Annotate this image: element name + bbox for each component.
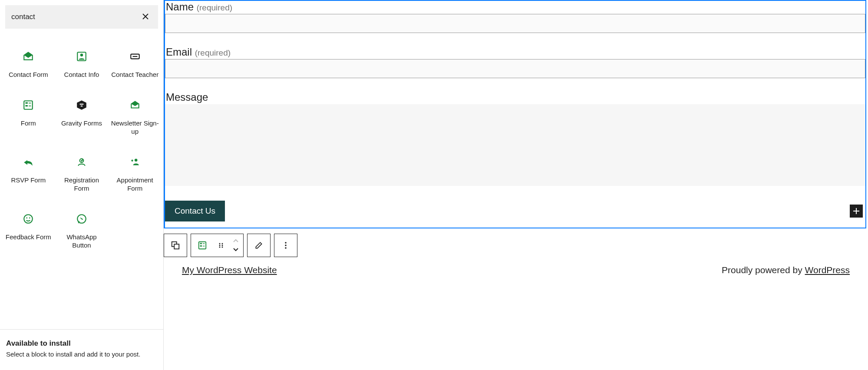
block-results-grid: Contact Form Contact Info Contact Teache… <box>0 34 163 262</box>
person-plus-icon <box>129 156 141 168</box>
svg-point-1 <box>80 54 83 57</box>
whatsapp-icon <box>76 213 87 225</box>
block-rsvp-form[interactable]: RSVP Form <box>2 144 55 201</box>
block-label: Newsletter Sign-up <box>111 119 159 136</box>
block-inserter-sidebar: Contact Form Contact Info Contact Teache… <box>0 0 164 370</box>
svg-rect-4 <box>24 101 33 109</box>
block-contact-info[interactable]: Contact Info <box>55 38 109 87</box>
block-label: Registration Form <box>58 176 106 193</box>
svg-point-25 <box>219 245 221 246</box>
drag-icon <box>218 242 224 249</box>
block-label: RSVP Form <box>11 176 46 185</box>
install-section-subtitle: Select a block to install and add it to … <box>6 350 157 358</box>
powered-by-text: Proudly powered by WordPress <box>722 265 850 275</box>
svg-point-27 <box>219 247 221 248</box>
svg-rect-5 <box>26 102 28 103</box>
gravity-forms-icon <box>76 99 87 111</box>
select-parent-icon <box>171 241 180 250</box>
svg-point-31 <box>285 247 287 249</box>
form-field-email: Email (required) <box>165 46 865 78</box>
block-search-box <box>5 5 158 29</box>
svg-marker-9 <box>77 100 86 110</box>
pencil-icon <box>254 241 263 250</box>
name-required-text: (required) <box>197 3 232 12</box>
spacer <box>165 78 865 91</box>
wordpress-link[interactable]: WordPress <box>805 265 850 275</box>
toolbar-group-edit <box>247 234 271 257</box>
close-icon <box>142 13 149 20</box>
submit-button[interactable]: Contact Us <box>165 201 225 221</box>
block-appointment-form[interactable]: Appointment Form <box>108 144 162 201</box>
toolbar-group-more <box>274 234 297 257</box>
chevron-up-icon <box>233 239 239 243</box>
svg-rect-6 <box>29 102 31 103</box>
newsletter-icon <box>129 99 141 111</box>
block-newsletter-signup[interactable]: Newsletter Sign-up <box>108 87 162 144</box>
email-input[interactable] <box>165 59 865 78</box>
svg-point-30 <box>285 244 287 246</box>
block-gravity-forms[interactable]: Gravity Forms <box>55 87 109 144</box>
block-toolbar <box>164 234 868 257</box>
block-form[interactable]: Form <box>2 87 55 144</box>
block-whatsapp-button[interactable]: WhatsApp Button <box>55 201 109 258</box>
block-registration-form[interactable]: Registration Form <box>55 144 109 201</box>
svg-point-23 <box>219 243 221 244</box>
email-required-text: (required) <box>195 48 231 57</box>
block-label: WhatsApp Button <box>58 233 106 250</box>
page-footer: My WordPress Website Proudly powered by … <box>164 257 868 275</box>
more-options-button[interactable] <box>274 234 297 257</box>
site-title-link[interactable]: My WordPress Website <box>182 265 277 275</box>
edit-button[interactable] <box>248 234 270 257</box>
form-field-message: Message <box>165 91 865 188</box>
svg-rect-18 <box>199 242 206 249</box>
message-textarea[interactable] <box>165 104 865 186</box>
block-label: Gravity Forms <box>61 119 102 128</box>
svg-point-28 <box>222 247 223 248</box>
form-block-icon <box>198 241 207 250</box>
svg-rect-7 <box>26 105 28 106</box>
move-up-button[interactable] <box>233 237 239 245</box>
add-block-button[interactable] <box>850 205 863 218</box>
svg-point-24 <box>222 243 223 244</box>
svg-point-26 <box>222 245 223 246</box>
more-vertical-icon <box>281 241 290 250</box>
email-label-text: Email <box>166 46 192 58</box>
block-search-input[interactable] <box>11 13 139 21</box>
move-arrows <box>228 234 243 257</box>
svg-rect-17 <box>174 244 179 249</box>
person-card-icon <box>76 50 87 63</box>
message-label: Message <box>165 91 865 104</box>
contact-form-block[interactable]: Name (required) Email (required) Message… <box>164 0 866 228</box>
select-parent-button[interactable] <box>164 234 187 257</box>
block-contact-form[interactable]: Contact Form <box>2 38 55 87</box>
block-label: Contact Form <box>9 70 48 79</box>
name-input[interactable] <box>165 14 865 33</box>
move-down-button[interactable] <box>233 245 239 254</box>
chevron-down-icon <box>233 247 239 251</box>
registration-icon <box>76 156 87 168</box>
drag-handle-button[interactable] <box>214 234 228 257</box>
svg-point-14 <box>29 217 30 218</box>
toolbar-group-parent <box>164 234 187 257</box>
block-type-button[interactable] <box>191 234 214 257</box>
svg-rect-8 <box>29 106 31 106</box>
mail-open-icon <box>23 50 34 63</box>
block-feedback-form[interactable]: Feedback Form <box>2 201 55 258</box>
spacer <box>165 33 865 46</box>
svg-rect-22 <box>203 246 205 246</box>
install-section-title: Available to install <box>6 339 157 348</box>
smiley-icon <box>23 213 34 225</box>
plus-icon <box>852 207 860 215</box>
form-field-name: Name (required) <box>165 1 865 33</box>
toolbar-group-move <box>191 234 244 257</box>
block-label: Form <box>21 119 36 128</box>
block-label: Contact Teacher <box>111 70 158 79</box>
svg-rect-19 <box>200 243 202 244</box>
svg-rect-21 <box>200 245 202 247</box>
svg-point-13 <box>26 217 28 218</box>
powered-by-prefix: Proudly powered by <box>722 265 805 275</box>
search-clear-button[interactable] <box>139 11 152 23</box>
reply-icon <box>23 156 34 168</box>
block-contact-teacher[interactable]: Contact Teacher <box>108 38 162 87</box>
svg-rect-3 <box>132 56 137 57</box>
